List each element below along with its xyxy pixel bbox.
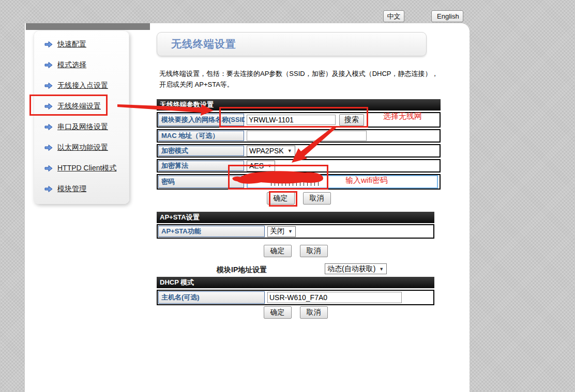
dhcp-button-row: 确定 取消 (157, 306, 434, 319)
blue-arrow-icon (44, 103, 53, 110)
sidebar: 快速配置 模式选择 无线接入点设置 无线终端设置 串口及网络设置 以太网功能设置… (34, 30, 129, 204)
blue-arrow-icon (44, 82, 53, 89)
blue-arrow-icon (44, 41, 53, 48)
password-input[interactable] (247, 175, 438, 189)
apsta-table: AP+STA设置 AP+STA功能 关闭 ▼ (157, 212, 434, 239)
blue-arrow-icon (44, 144, 53, 151)
encryption-algorithm-select[interactable]: AES ▼ (247, 161, 275, 171)
dropdown-arrow-icon: ▼ (379, 266, 384, 272)
sidebar-item-label[interactable]: 以太网功能设置 (57, 143, 108, 152)
apsta-table-header: AP+STA设置 (157, 212, 434, 223)
sidebar-item-ap-settings[interactable]: 无线接入点设置 (34, 75, 129, 96)
page-description: 无线终端设置，包括：要去连接的AP参数（SSID，加密）及接入模式（DHCP，静… (159, 69, 445, 90)
sta-ok-button[interactable]: 确定 (267, 192, 295, 205)
encryption-algorithm-value: AES (249, 162, 264, 170)
dhcp-cancel-button[interactable]: 取消 (300, 306, 328, 319)
sidebar-item-module-management[interactable]: 模块管理 (34, 179, 129, 199)
sidebar-item-ethernet[interactable]: 以太网功能设置 (34, 137, 129, 158)
encryption-mode-select[interactable]: WPA2PSK ▼ (247, 146, 295, 156)
table-row: 密码 (157, 174, 441, 190)
module-ip-setting-value: 动态(自动获取) (327, 264, 375, 274)
encryption-algorithm-label: 加密算法 (158, 161, 244, 171)
sidebar-item-label[interactable]: 无线接入点设置 (57, 81, 108, 90)
page-title-box: 无线终端设置 (157, 32, 427, 56)
sidebar-item-serial-network[interactable]: 串口及网络设置 (34, 117, 129, 137)
password-masked-text (271, 180, 319, 186)
blue-arrow-icon (44, 185, 53, 193)
apsta-function-label: AP+STA功能 (158, 226, 265, 237)
sidebar-item-label[interactable]: 串口及网络设置 (57, 122, 108, 132)
sidebar-item-label[interactable]: 模式选择 (57, 60, 86, 70)
sta-cancel-button[interactable]: 取消 (303, 192, 331, 205)
blue-arrow-icon (44, 165, 53, 172)
language-chinese-button[interactable]: 中文 (383, 10, 404, 22)
sidebar-item-label[interactable]: HTTPD Client模式 (57, 164, 116, 173)
hostname-label: 主机名(可选) (158, 291, 265, 304)
dropdown-arrow-icon: ▼ (288, 229, 293, 234)
blue-arrow-icon (44, 61, 53, 69)
apsta-ok-button[interactable]: 确定 (264, 245, 292, 257)
dropdown-arrow-icon: ▼ (267, 163, 272, 168)
sidebar-item-label[interactable]: 无线终端设置 (57, 102, 101, 111)
table-row: 加密算法 AES ▼ (157, 159, 441, 173)
module-ip-setting-select[interactable]: 动态(自动获取) ▼ (325, 263, 387, 274)
table-row: MAC 地址（可选） (157, 129, 441, 143)
apsta-cancel-button[interactable]: 取消 (300, 245, 328, 257)
sidebar-item-label[interactable]: 快速配置 (57, 40, 86, 49)
table-row: 加密模式 WPA2PSK ▼ (157, 144, 441, 158)
apsta-function-value: 关闭 (270, 227, 284, 236)
dhcp-ok-button[interactable]: 确定 (264, 306, 292, 319)
encryption-mode-label: 加密模式 (158, 146, 244, 156)
apsta-function-select[interactable]: 关闭 ▼ (267, 226, 296, 237)
sidebar-item-sta-settings[interactable]: 无线终端设置 (34, 96, 129, 117)
page-title: 无线终端设置 (171, 37, 236, 51)
mac-address-label: MAC 地址（可选） (158, 131, 244, 141)
sta-table-header: 无线终端参数设置 (157, 99, 441, 111)
sta-button-row: 确定 取消 (157, 192, 441, 205)
dhcp-table: DHCP 模式 主机名(可选) (157, 277, 434, 305)
encryption-mode-value: WPA2PSK (249, 147, 284, 155)
hostname-input[interactable] (267, 292, 402, 303)
ssid-input[interactable] (247, 115, 336, 125)
blue-arrow-icon (44, 123, 53, 131)
password-label: 密码 (158, 176, 244, 188)
module-ip-setting-label: 模块IP地址设置 (217, 265, 267, 275)
table-row: 主机名(可选) (157, 290, 434, 305)
annotation-select-wifi-text: 选择无线网 (383, 112, 422, 121)
mac-address-input[interactable] (247, 131, 367, 141)
dropdown-arrow-icon: ▼ (288, 148, 292, 153)
top-dark-bar (26, 23, 150, 30)
dhcp-table-header: DHCP 模式 (157, 277, 434, 288)
search-button[interactable]: 搜索 (339, 114, 364, 126)
sidebar-item-mode-select[interactable]: 模式选择 (34, 55, 129, 75)
apsta-button-row: 确定 取消 (157, 245, 434, 257)
ssid-label: 模块要接入的网络名称(SSID) (158, 114, 244, 126)
annotation-enter-password-text: 输入wifi密码 (345, 176, 388, 185)
language-english-button[interactable]: English (431, 10, 463, 22)
sidebar-item-httpd-client[interactable]: HTTPD Client模式 (34, 158, 129, 179)
sidebar-item-quick-config[interactable]: 快速配置 (34, 34, 129, 55)
table-row: AP+STA功能 关闭 ▼ (157, 224, 434, 239)
sidebar-item-label[interactable]: 模块管理 (57, 184, 86, 194)
